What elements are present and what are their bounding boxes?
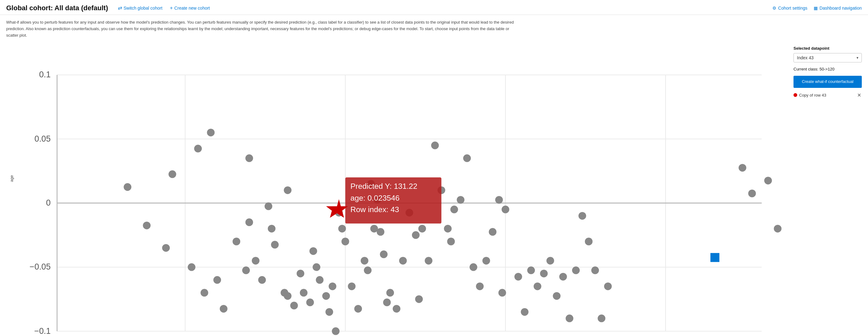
description-text: What-if allows you to perturb features f… — [0, 15, 528, 43]
scatter-dot[interactable] — [431, 142, 439, 149]
switch-cohort-button[interactable]: ⇄ Switch global cohort — [116, 4, 165, 12]
scatter-dot[interactable] — [329, 283, 337, 291]
scatter-dot[interactable] — [415, 295, 423, 303]
scatter-dot[interactable] — [572, 267, 580, 274]
close-copy-row-button[interactable]: ✕ — [857, 92, 862, 98]
scatter-dot[interactable] — [470, 263, 477, 271]
scatter-dot[interactable] — [483, 257, 490, 265]
scatter-dot[interactable] — [412, 231, 420, 239]
scatter-dot[interactable] — [207, 129, 215, 136]
scatter-dot[interactable] — [316, 276, 323, 284]
scatter-dot[interactable] — [290, 302, 298, 310]
scatter-dot[interactable] — [168, 171, 176, 178]
scatter-dot[interactable] — [527, 267, 535, 274]
scatter-dot[interactable] — [383, 299, 391, 306]
scatter-dot[interactable] — [200, 289, 208, 297]
scatter-dot[interactable] — [188, 263, 195, 271]
scatter-dot[interactable] — [306, 299, 314, 306]
scatter-dot[interactable] — [341, 238, 349, 246]
scatter-dot[interactable] — [265, 203, 272, 210]
scatter-dot[interactable] — [310, 247, 317, 255]
scatter-dot[interactable] — [489, 228, 496, 236]
scatter-dot[interactable] — [124, 183, 131, 191]
scatter-dot[interactable] — [451, 206, 458, 213]
scatter-dot[interactable] — [348, 283, 356, 291]
scatter-dot[interactable] — [245, 219, 253, 226]
scatter-dot[interactable] — [284, 187, 291, 194]
scatter-dot[interactable] — [498, 289, 506, 297]
copy-row-dot — [794, 93, 797, 97]
scatter-dot[interactable] — [444, 225, 452, 233]
whatif-point[interactable] — [710, 253, 719, 262]
create-cohort-button[interactable]: + Create new cohort — [167, 4, 212, 12]
scatter-dot[interactable] — [232, 238, 240, 246]
scatter-dot[interactable] — [585, 238, 593, 246]
scatter-dot[interactable] — [322, 292, 330, 300]
scatter-dot[interactable] — [591, 267, 599, 274]
dashboard-nav-button[interactable]: ▦ Dashboard navigation — [814, 6, 862, 10]
scatter-dot[interactable] — [354, 305, 362, 313]
scatter-dot[interactable] — [547, 257, 554, 265]
scatter-dot[interactable] — [213, 276, 221, 284]
scatter-dot[interactable] — [332, 328, 340, 335]
scatter-dot[interactable] — [748, 190, 756, 197]
gear-icon: ⚙ — [772, 6, 776, 10]
scatter-dot[interactable] — [425, 257, 432, 265]
scatter-dot[interactable] — [245, 154, 253, 162]
scatter-dot[interactable] — [194, 145, 202, 152]
scatter-dot[interactable] — [393, 305, 400, 313]
scatter-dot[interactable] — [521, 308, 529, 316]
tooltip-row-index: Row index: 43 — [350, 205, 399, 214]
copy-row-left: Copy of row 43 — [794, 93, 826, 97]
scatter-dot[interactable] — [326, 308, 333, 316]
scatter-dot[interactable] — [143, 222, 151, 230]
scatter-dot[interactable] — [578, 212, 586, 220]
scatter-dot[interactable] — [242, 267, 250, 274]
scatter-dot[interactable] — [418, 225, 426, 233]
datapoint-dropdown[interactable]: Index 43 ▾ — [794, 53, 862, 62]
scatter-dot[interactable] — [361, 257, 369, 265]
scatter-dot[interactable] — [540, 270, 548, 278]
scatter-dot[interactable] — [515, 273, 522, 281]
cohort-settings-label: Cohort settings — [778, 6, 807, 10]
scatter-dot[interactable] — [399, 257, 407, 265]
scatter-dot[interactable] — [534, 283, 541, 291]
cohort-settings-button[interactable]: ⚙ Cohort settings — [772, 6, 807, 10]
scatter-dot[interactable] — [220, 305, 227, 313]
scatter-dot[interactable] — [764, 177, 772, 185]
main-content: age — [0, 43, 868, 336]
scatter-dot[interactable] — [598, 314, 606, 322]
scatter-dot[interactable] — [364, 267, 372, 274]
scatter-dot[interactable] — [502, 206, 509, 213]
scatter-dot[interactable] — [313, 263, 320, 271]
scatter-dot[interactable] — [739, 164, 746, 172]
scatter-dot[interactable] — [268, 225, 276, 233]
scatter-dot[interactable] — [476, 283, 484, 291]
scatter-dot[interactable] — [457, 196, 464, 204]
scatter-plot[interactable]: 0.1 0.05 0 −0.05 −0.1 100 150 200 250 — [19, 43, 787, 336]
scatter-dot[interactable] — [386, 289, 394, 297]
scatter-dot[interactable] — [300, 289, 308, 297]
scatter-dot[interactable] — [566, 314, 574, 322]
scatter-dot[interactable] — [559, 273, 567, 281]
scatter-dot[interactable] — [297, 270, 304, 278]
scatter-dot[interactable] — [377, 228, 384, 236]
scatter-dot[interactable] — [463, 154, 471, 162]
scatter-dot[interactable] — [271, 241, 279, 249]
scatter-dot[interactable] — [495, 196, 503, 204]
scatter-dot[interactable] — [553, 292, 561, 300]
switch-icon: ⇄ — [118, 5, 122, 11]
scatter-dot[interactable] — [380, 251, 388, 258]
scatter-dot[interactable] — [774, 225, 782, 233]
scatter-dot[interactable] — [604, 283, 612, 291]
scatter-dot[interactable] — [258, 276, 266, 284]
copy-row-label: Copy of row 43 — [799, 93, 826, 97]
svg-text:0: 0 — [46, 198, 51, 208]
scatter-dot[interactable] — [338, 225, 346, 233]
y-axis-label: age — [9, 175, 14, 182]
scatter-dot[interactable] — [162, 244, 170, 252]
scatter-dot[interactable] — [252, 257, 259, 265]
scatter-dot[interactable] — [284, 292, 291, 300]
create-whatif-button[interactable]: Create what-if counterfactual — [794, 76, 862, 88]
scatter-dot[interactable] — [447, 238, 455, 246]
